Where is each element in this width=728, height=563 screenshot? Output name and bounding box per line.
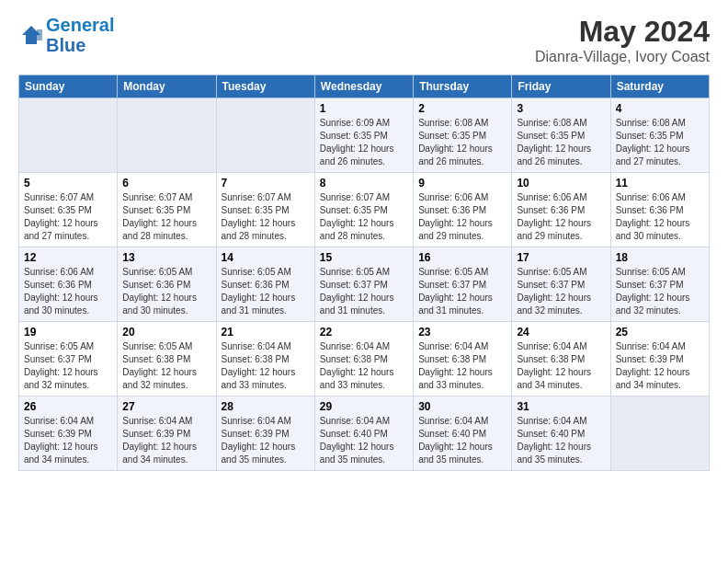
logo-line2: Blue — [46, 35, 85, 55]
day-number: 6 — [122, 177, 210, 190]
day-number: 4 — [616, 102, 704, 115]
day-info: Sunrise: 6:05 AM Sunset: 6:37 PM Dayligh… — [616, 266, 704, 317]
calendar-cell — [19, 98, 118, 173]
day-number: 21 — [222, 326, 310, 339]
day-info: Sunrise: 6:05 AM Sunset: 6:36 PM Dayligh… — [122, 266, 210, 317]
day-number: 28 — [222, 400, 310, 413]
day-number: 5 — [24, 177, 112, 190]
calendar-cell: 4Sunrise: 6:08 AM Sunset: 6:35 PM Daylig… — [610, 98, 709, 173]
calendar-cell: 28Sunrise: 6:04 AM Sunset: 6:39 PM Dayli… — [216, 396, 314, 471]
calendar-cell: 27Sunrise: 6:04 AM Sunset: 6:39 PM Dayli… — [118, 396, 216, 471]
day-info: Sunrise: 6:05 AM Sunset: 6:37 PM Dayligh… — [418, 266, 506, 317]
day-number: 15 — [320, 251, 408, 264]
calendar-cell — [610, 396, 709, 471]
logo: General Blue — [18, 15, 114, 55]
day-number: 13 — [122, 251, 210, 264]
calendar-cell: 24Sunrise: 6:04 AM Sunset: 6:38 PM Dayli… — [512, 322, 610, 396]
day-number: 25 — [616, 326, 704, 339]
day-info: Sunrise: 6:05 AM Sunset: 6:37 PM Dayligh… — [320, 266, 408, 317]
calendar-cell: 20Sunrise: 6:05 AM Sunset: 6:38 PM Dayli… — [118, 322, 216, 396]
day-number: 23 — [418, 326, 506, 339]
calendar-cell: 7Sunrise: 6:07 AM Sunset: 6:35 PM Daylig… — [216, 173, 314, 247]
day-info: Sunrise: 6:05 AM Sunset: 6:37 PM Dayligh… — [24, 340, 112, 392]
day-info: Sunrise: 6:05 AM Sunset: 6:37 PM Dayligh… — [517, 266, 605, 317]
day-info: Sunrise: 6:04 AM Sunset: 6:40 PM Dayligh… — [418, 415, 506, 466]
day-info: Sunrise: 6:04 AM Sunset: 6:39 PM Dayligh… — [122, 415, 210, 466]
calendar-cell: 17Sunrise: 6:05 AM Sunset: 6:37 PM Dayli… — [512, 247, 610, 322]
calendar-cell: 2Sunrise: 6:08 AM Sunset: 6:35 PM Daylig… — [414, 98, 512, 173]
logo-text: General Blue — [46, 15, 114, 55]
calendar-cell: 10Sunrise: 6:06 AM Sunset: 6:36 PM Dayli… — [512, 173, 610, 247]
calendar-cell: 29Sunrise: 6:04 AM Sunset: 6:40 PM Dayli… — [314, 396, 413, 471]
calendar-cell — [216, 98, 314, 173]
day-info: Sunrise: 6:07 AM Sunset: 6:35 PM Dayligh… — [122, 191, 210, 243]
svg-marker-1 — [37, 29, 42, 40]
calendar-cell: 26Sunrise: 6:04 AM Sunset: 6:39 PM Dayli… — [19, 396, 118, 471]
day-info: Sunrise: 6:04 AM Sunset: 6:40 PM Dayligh… — [517, 415, 605, 466]
calendar-cell: 9Sunrise: 6:06 AM Sunset: 6:36 PM Daylig… — [414, 173, 512, 247]
calendar-cell: 18Sunrise: 6:05 AM Sunset: 6:37 PM Dayli… — [610, 247, 709, 322]
day-info: Sunrise: 6:06 AM Sunset: 6:36 PM Dayligh… — [418, 191, 506, 243]
day-info: Sunrise: 6:08 AM Sunset: 6:35 PM Dayligh… — [517, 117, 605, 168]
calendar-table: SundayMondayTuesdayWednesdayThursdayFrid… — [18, 75, 710, 471]
day-number: 22 — [320, 326, 408, 339]
day-number: 3 — [517, 102, 605, 115]
day-number: 10 — [517, 177, 605, 190]
calendar-cell: 22Sunrise: 6:04 AM Sunset: 6:38 PM Dayli… — [314, 322, 413, 396]
day-number: 14 — [222, 251, 310, 264]
header: General Blue May 2024 Dianra-Village, Iv… — [18, 15, 710, 65]
day-number: 8 — [320, 177, 408, 190]
calendar-cell: 15Sunrise: 6:05 AM Sunset: 6:37 PM Dayli… — [314, 247, 413, 322]
day-number: 17 — [517, 251, 605, 264]
calendar-cell — [118, 98, 216, 173]
header-cell-monday: Monday — [118, 75, 216, 98]
week-row-4: 26Sunrise: 6:04 AM Sunset: 6:39 PM Dayli… — [19, 396, 710, 471]
calendar-cell: 3Sunrise: 6:08 AM Sunset: 6:35 PM Daylig… — [512, 98, 610, 173]
week-row-3: 19Sunrise: 6:05 AM Sunset: 6:37 PM Dayli… — [19, 322, 710, 396]
subtitle: Dianra-Village, Ivory Coast — [535, 49, 710, 65]
day-info: Sunrise: 6:04 AM Sunset: 6:38 PM Dayligh… — [418, 340, 506, 392]
day-info: Sunrise: 6:09 AM Sunset: 6:35 PM Dayligh… — [320, 117, 408, 168]
calendar-cell: 31Sunrise: 6:04 AM Sunset: 6:40 PM Dayli… — [512, 396, 610, 471]
day-number: 26 — [24, 400, 112, 413]
calendar-cell: 25Sunrise: 6:04 AM Sunset: 6:39 PM Dayli… — [610, 322, 709, 396]
day-number: 9 — [418, 177, 506, 190]
day-number: 12 — [24, 251, 112, 264]
header-row: SundayMondayTuesdayWednesdayThursdayFrid… — [19, 75, 710, 98]
logo-line1: General — [46, 15, 114, 35]
day-number: 27 — [122, 400, 210, 413]
day-info: Sunrise: 6:04 AM Sunset: 6:39 PM Dayligh… — [24, 415, 112, 466]
calendar-cell: 8Sunrise: 6:07 AM Sunset: 6:35 PM Daylig… — [314, 173, 413, 247]
day-number: 31 — [517, 400, 605, 413]
day-number: 2 — [418, 102, 506, 115]
day-info: Sunrise: 6:07 AM Sunset: 6:35 PM Dayligh… — [24, 191, 112, 243]
day-number: 16 — [418, 251, 506, 264]
day-number: 1 — [320, 102, 408, 115]
day-info: Sunrise: 6:04 AM Sunset: 6:38 PM Dayligh… — [517, 340, 605, 392]
header-cell-friday: Friday — [512, 75, 610, 98]
calendar-cell: 16Sunrise: 6:05 AM Sunset: 6:37 PM Dayli… — [414, 247, 512, 322]
day-info: Sunrise: 6:05 AM Sunset: 6:36 PM Dayligh… — [222, 266, 310, 317]
logo-icon — [18, 22, 44, 48]
header-cell-sunday: Sunday — [19, 75, 118, 98]
day-number: 24 — [517, 326, 605, 339]
calendar-cell: 12Sunrise: 6:06 AM Sunset: 6:36 PM Dayli… — [19, 247, 118, 322]
day-number: 30 — [418, 400, 506, 413]
day-info: Sunrise: 6:07 AM Sunset: 6:35 PM Dayligh… — [320, 191, 408, 243]
calendar-cell: 5Sunrise: 6:07 AM Sunset: 6:35 PM Daylig… — [19, 173, 118, 247]
header-cell-tuesday: Tuesday — [216, 75, 314, 98]
day-info: Sunrise: 6:06 AM Sunset: 6:36 PM Dayligh… — [517, 191, 605, 243]
day-info: Sunrise: 6:04 AM Sunset: 6:39 PM Dayligh… — [616, 340, 704, 392]
day-info: Sunrise: 6:06 AM Sunset: 6:36 PM Dayligh… — [24, 266, 112, 317]
day-number: 19 — [24, 326, 112, 339]
calendar-cell: 23Sunrise: 6:04 AM Sunset: 6:38 PM Dayli… — [414, 322, 512, 396]
day-number: 29 — [320, 400, 408, 413]
header-cell-saturday: Saturday — [610, 75, 709, 98]
day-number: 18 — [616, 251, 704, 264]
day-info: Sunrise: 6:08 AM Sunset: 6:35 PM Dayligh… — [616, 117, 704, 168]
title-block: May 2024 Dianra-Village, Ivory Coast — [535, 15, 710, 65]
main-title: May 2024 — [535, 15, 710, 49]
calendar-cell: 11Sunrise: 6:06 AM Sunset: 6:36 PM Dayli… — [610, 173, 709, 247]
day-info: Sunrise: 6:04 AM Sunset: 6:39 PM Dayligh… — [222, 415, 310, 466]
calendar-cell: 6Sunrise: 6:07 AM Sunset: 6:35 PM Daylig… — [118, 173, 216, 247]
